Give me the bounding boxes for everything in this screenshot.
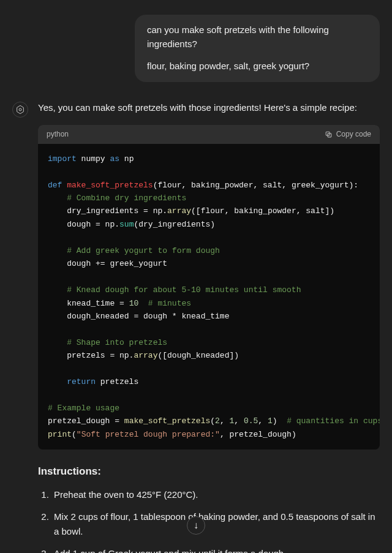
- assistant-message: Yes, you can make soft pretzels with tho…: [12, 100, 380, 554]
- copy-icon: [325, 130, 333, 138]
- user-bubble: can you make soft pretzels with the foll…: [135, 15, 380, 82]
- code-block: python Copy code import numpy as np def …: [38, 125, 380, 450]
- openai-icon: [15, 105, 25, 115]
- instructions-list: Preheat the oven to 425°F (220°C). Mix 2…: [38, 487, 380, 554]
- assistant-content: Yes, you can make soft pretzels with tho…: [38, 100, 380, 554]
- user-text-line-1: can you make soft pretzels with the foll…: [147, 23, 368, 51]
- code-lang-label: python: [47, 129, 69, 140]
- chat-container: can you make soft pretzels with the foll…: [0, 0, 392, 553]
- user-text-line-2: flour, baking powder, salt, greek yogurt…: [147, 59, 368, 73]
- list-item: Add 1 cup of Greek yogurt and mix until …: [51, 546, 380, 554]
- list-item: Mix 2 cups of flour, 1 tablespoon of bak…: [51, 510, 380, 539]
- copy-code-button[interactable]: Copy code: [325, 129, 371, 140]
- assistant-intro-text: Yes, you can make soft pretzels with tho…: [38, 100, 380, 115]
- user-message: can you make soft pretzels with the foll…: [12, 15, 380, 82]
- code-header: python Copy code: [38, 125, 380, 144]
- instructions-header: Instructions:: [38, 463, 380, 480]
- arrow-down-icon: ↓: [194, 520, 198, 531]
- svg-point-0: [19, 108, 21, 111]
- copy-code-label: Copy code: [336, 129, 371, 140]
- list-item: Preheat the oven to 425°F (220°C).: [51, 487, 380, 502]
- code-body[interactable]: import numpy as np def make_soft_pretzel…: [38, 144, 380, 450]
- scroll-to-bottom-button[interactable]: ↓: [187, 516, 205, 535]
- assistant-avatar: [12, 102, 28, 118]
